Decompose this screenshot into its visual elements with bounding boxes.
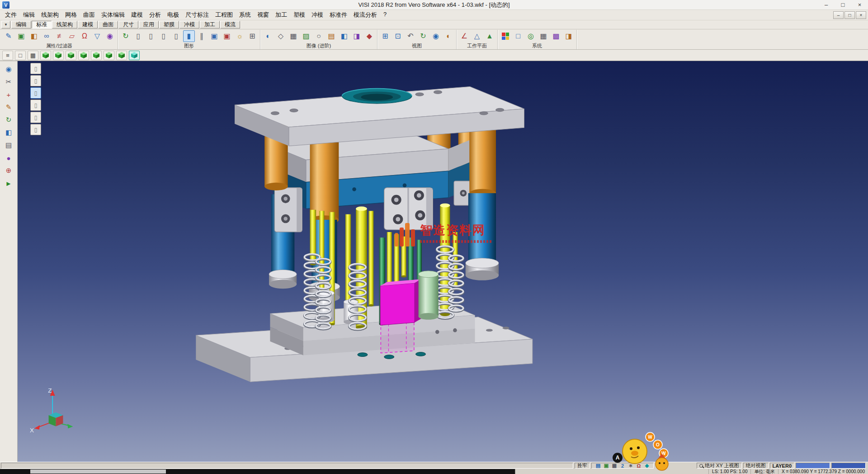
workplane-view-icon[interactable]: △: [471, 30, 483, 42]
grid-display-icon[interactable]: ⊞: [246, 30, 258, 42]
match-properties-icon[interactable]: ◧: [28, 30, 40, 42]
hidden-line-render-icon[interactable]: ▦: [288, 30, 299, 42]
tab-dropdown-button[interactable]: ▼: [1, 21, 10, 28]
layer-bar-1-icon[interactable]: ▯: [132, 30, 144, 42]
view-cube-iso[interactable]: [116, 51, 127, 60]
move-tool-icon[interactable]: +: [2, 89, 15, 100]
display-box-red-icon[interactable]: ▣: [221, 30, 233, 42]
rotate-tool-icon[interactable]: ↻: [2, 114, 15, 126]
toolbar-tab[interactable]: 应用: [139, 21, 159, 28]
shaded-render-icon[interactable]: ◐: [262, 30, 274, 42]
support-pillar-green[interactable]: [419, 271, 439, 320]
ejector-pin[interactable]: [310, 210, 316, 265]
menu-item[interactable]: 分析: [146, 9, 164, 20]
model-canvas[interactable]: Z X: [18, 61, 868, 462]
locating-ring[interactable]: [342, 89, 412, 104]
toolbar-tab[interactable]: 编辑: [11, 21, 31, 28]
absolute-view-panel[interactable]: 绝对视图: [743, 463, 769, 469]
core-insert-magenta[interactable]: [380, 279, 421, 325]
toolbar-tab[interactable]: 建模: [78, 21, 98, 28]
menu-item[interactable]: 线架构: [38, 9, 62, 20]
mdi-close-button[interactable]: ×: [856, 11, 866, 19]
view-toggle-4-icon[interactable]: ▯: [30, 100, 41, 111]
slant-plane-icon[interactable]: ◨: [563, 30, 575, 42]
view-toggle-6-icon[interactable]: ▯: [30, 124, 41, 135]
sheet-tool-icon[interactable]: ▤: [2, 139, 15, 151]
view-mode-panel[interactable]: 绝对 XY 上视图: [697, 463, 742, 469]
guide-pillar-right[interactable]: [469, 122, 496, 197]
toolbar-tab[interactable]: 尺寸: [118, 21, 138, 28]
active-layer-panel[interactable]: LAYER0: [770, 463, 794, 469]
menu-item[interactable]: 塑模: [290, 9, 308, 20]
zebra-analysis-icon[interactable]: ▤: [326, 30, 337, 42]
sketch-pencil-icon[interactable]: ✎: [2, 101, 15, 113]
ejector-pin[interactable]: [345, 214, 351, 312]
menu-item[interactable]: 电极: [164, 9, 182, 20]
link-elements-icon[interactable]: ∞: [41, 30, 52, 42]
toolbar-tab[interactable]: 冲模: [179, 21, 199, 28]
zoom-tool-icon[interactable]: ◉: [2, 63, 15, 75]
eye-view-icon[interactable]: ◉: [430, 30, 442, 42]
color-palette-icon[interactable]: [500, 30, 511, 42]
maximize-button[interactable]: □: [835, 0, 851, 9]
layer-bar-2-icon[interactable]: ▯: [145, 30, 157, 42]
menu-item[interactable]: 工程图: [212, 9, 236, 20]
capsule-pair-icon[interactable]: ∥: [196, 30, 208, 42]
menu-item[interactable]: 编辑: [20, 9, 38, 20]
view-grid-icon[interactable]: ▦: [28, 51, 38, 60]
menu-item[interactable]: 网格: [62, 9, 80, 20]
quick-filter-icon[interactable]: ◉: [104, 30, 116, 42]
view-menu-icon[interactable]: ≡: [2, 51, 13, 60]
view-cube-top[interactable]: [40, 51, 51, 60]
view-blank-icon[interactable]: □: [15, 51, 26, 60]
ejector-pin[interactable]: [387, 232, 392, 284]
monitor-settings-icon[interactable]: □: [512, 30, 524, 42]
toolbar-tab[interactable]: 线架构: [52, 21, 77, 28]
menu-item[interactable]: 曲面: [80, 9, 98, 20]
view-toggle-3-icon[interactable]: ▯: [30, 87, 41, 99]
modify-attributes-icon[interactable]: ✎: [3, 30, 14, 42]
menu-item[interactable]: 实体编辑: [98, 9, 128, 20]
shade-toggle-icon[interactable]: ☼: [234, 30, 245, 42]
view-toggle-5-icon[interactable]: ▯: [30, 112, 41, 123]
globe-system-icon[interactable]: ◎: [525, 30, 537, 42]
layer-bar-4-icon[interactable]: ▯: [170, 30, 182, 42]
menu-item[interactable]: 系统: [236, 9, 254, 20]
ejector-pin[interactable]: [368, 211, 373, 306]
reflection-view-icon[interactable]: ◨: [351, 30, 363, 42]
view-toggle-2-icon[interactable]: ▯: [30, 75, 41, 86]
toolbar-tab[interactable]: 塑膜: [159, 21, 179, 28]
unlink-elements-icon[interactable]: ≠: [53, 30, 65, 42]
display-box-blue-icon[interactable]: ▣: [208, 30, 220, 42]
layer-color-swatch[interactable]: [831, 463, 866, 469]
previous-view-icon[interactable]: ↶: [405, 30, 416, 42]
magnet-filter-icon[interactable]: Ω: [79, 30, 90, 42]
menu-item[interactable]: 加工: [272, 9, 290, 20]
mirror-tool-icon[interactable]: ◧: [2, 127, 15, 138]
rotate-view-icon[interactable]: ↻: [417, 30, 429, 42]
latch-lock-left[interactable]: [274, 188, 302, 232]
layer-bar-active-icon[interactable]: ▮: [183, 30, 195, 42]
3d-viewport[interactable]: Z X ▯▯▯▯▯▯ 智造资料网: [18, 61, 868, 462]
layer-color-swatch[interactable]: [796, 463, 830, 469]
view-cube-dynamic[interactable]: [129, 51, 140, 60]
image-status-icon[interactable]: ▣: [602, 463, 610, 469]
layer-bar-3-icon[interactable]: ▯: [158, 30, 170, 42]
view-toggle-1-icon[interactable]: ▯: [30, 63, 41, 74]
save-status-icon[interactable]: ▤: [594, 463, 602, 469]
grid-settings-icon[interactable]: ▦: [538, 30, 549, 42]
mdi-minimize-button[interactable]: –: [833, 11, 844, 19]
flag-tool-icon[interactable]: ►: [2, 177, 15, 189]
view-cube-left[interactable]: [78, 51, 89, 60]
checker-layers-icon[interactable]: ▩: [550, 30, 562, 42]
erase-attributes-icon[interactable]: ▱: [66, 30, 78, 42]
copy-attributes-icon[interactable]: ▣: [15, 30, 27, 42]
lock-status[interactable]: 拴牢: [575, 463, 590, 469]
zoom-window-icon[interactable]: ⊡: [392, 30, 404, 42]
close-button[interactable]: ×: [851, 0, 868, 9]
menu-item[interactable]: 建模: [128, 9, 146, 20]
view-cube-right[interactable]: [66, 51, 76, 60]
section-view-icon[interactable]: ◧: [338, 30, 350, 42]
trim-scissors-icon[interactable]: ✂: [2, 76, 15, 88]
toolbar-tab[interactable]: 曲面: [98, 21, 118, 28]
